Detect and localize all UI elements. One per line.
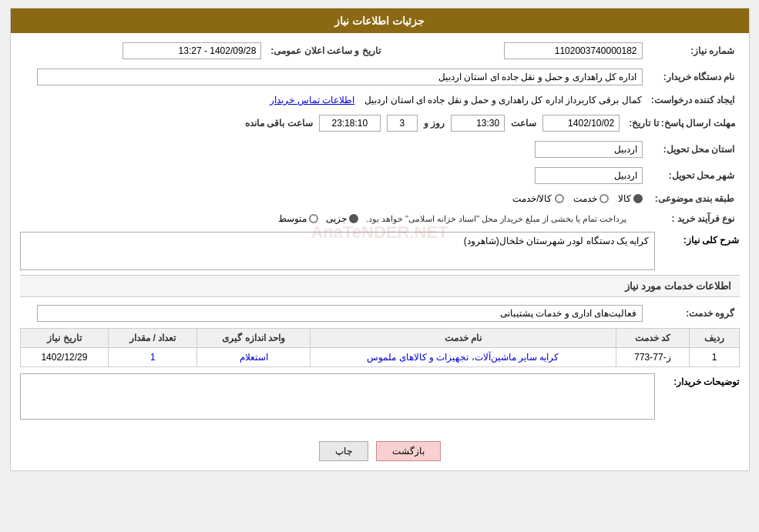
general-description-section: شرح کلی نیاز: کرایه یک دستگاه لودر شهرست… [20, 232, 740, 270]
cell-service-code: ز-77-773 [616, 348, 690, 367]
contact-link[interactable]: اطلاعات تماس خریدار [270, 95, 354, 105]
buyer-notes-section: توضیحات خریدار: [20, 373, 740, 420]
col-row-num: ردیف [690, 329, 739, 348]
page-title: جزئیات اطلاعات نیاز [334, 15, 425, 27]
info-table-row4: مهلت ارسال پاسخ: تا تاریخ: 1402/10/02 سا… [20, 112, 740, 135]
button-row: بازگشت چاپ [11, 432, 749, 470]
general-description-label: شرح کلی نیاز: [663, 232, 740, 246]
purchase-motavaset-item: متوسط [278, 213, 318, 224]
response-days-label: روز و [424, 118, 445, 129]
purchase-motavaset-label: متوسط [278, 213, 307, 224]
purchase-jozii-label: جزیی [326, 213, 347, 224]
cell-service-name: کرایه سایر ماشین‌آلات، تجهیزات و کالاهای… [311, 348, 616, 367]
col-quantity: تعداد / مقدار [109, 329, 197, 348]
col-service-code: کد خدمت [616, 329, 690, 348]
creator-label: ایجاد کننده درخواست: [646, 92, 740, 109]
col-need-date: تاریخ نیاز [20, 329, 109, 348]
general-description-value: کرایه یک دستگاه لودر شهرستان خلخال(شاهرو… [20, 232, 655, 270]
service-group-table: گروه خدمت: فعالیت‌های اداری و خدمات پشتی… [20, 302, 740, 325]
info-table-row1: شماره نیاز: 1102003740000182 تاریخ و ساع… [20, 39, 740, 62]
info-table-row6: شهر محل تحویل: اردبیل [20, 164, 740, 187]
province-value: اردبیل [535, 141, 643, 158]
category-kala-khedmat-radio [555, 194, 564, 203]
category-kala-khedmat-item: کالا/خدمت [512, 193, 563, 204]
category-radio-row: کالا/خدمت خدمت کالا [25, 193, 643, 204]
info-table-row7: طبقه بندی موضوعی: کالا/خدمت خدمت [20, 190, 740, 207]
response-time-value: 13:30 [451, 115, 505, 132]
purchase-note: پرداخت تمام یا بخشی از مبلغ خریداز محل "… [366, 214, 627, 224]
category-label: طبقه بندی موضوعی: [647, 190, 740, 207]
buyer-notes-label: توضیحات خریدار: [663, 373, 740, 387]
cell-unit: استعلام [197, 348, 311, 367]
services-data-table: ردیف کد خدمت نام خدمت واحد اندازه گیری ت… [20, 328, 740, 367]
col-service-name: نام خدمت [311, 329, 616, 348]
need-number-value: 1102003740000182 [504, 42, 643, 59]
requester-org-label: نام دستگاه خریدار: [647, 65, 740, 89]
province-label: استان محل تحویل: [647, 138, 740, 161]
cell-quantity: 1 [109, 348, 197, 367]
response-remaining-label: ساعت باقی مانده [245, 118, 313, 129]
table-row: 1 ز-77-773 کرایه سایر ماشین‌آلات، تجهیزا… [20, 348, 739, 367]
need-number-label: شماره نیاز: [647, 39, 740, 62]
response-date-value: 1402/10/02 [542, 115, 620, 132]
page-container: جزئیات اطلاعات نیاز AnaTeNDER.NET شماره … [10, 8, 750, 471]
category-kala-label: کالا [618, 193, 631, 204]
cell-row-num: 1 [690, 348, 739, 367]
col-unit: واحد اندازه گیری [197, 329, 311, 348]
info-table-row3: ایجاد کننده درخواست: کمال برقی کاربرداز … [20, 92, 740, 109]
info-table-row5: استان محل تحویل: اردبیل [20, 138, 740, 161]
response-remaining-value: 23:18:10 [319, 115, 381, 132]
category-khedmat-radio [599, 194, 609, 203]
cell-need-date: 1402/12/29 [20, 348, 109, 367]
purchase-type-label: نوع فرآیند خرید : [647, 210, 740, 227]
city-value: اردبیل [535, 167, 643, 184]
category-kala-item: کالا [618, 193, 643, 204]
services-section-title: اطلاعات خدمات مورد نیاز [20, 275, 740, 297]
info-table-row2: نام دستگاه خریدار: اداره کل راهداری و حم… [20, 65, 740, 89]
city-label: شهر محل تحویل: [647, 164, 740, 187]
creator-value: کمال برقی کاربرداز اداره کل راهداری و حم… [364, 95, 641, 105]
purchase-motavaset-radio [309, 214, 318, 223]
back-button[interactable]: بازگشت [376, 441, 441, 461]
main-section: AnaTeNDER.NET شماره نیاز: 11020037400001… [11, 33, 749, 432]
requester-org-value: اداره کل راهداری و حمل و نقل جاده ای است… [37, 69, 643, 85]
response-time-label: ساعت [511, 118, 536, 129]
purchase-jozii-item: جزیی [326, 213, 358, 224]
announcement-date-label: تاریخ و ساعت اعلان عمومی: [266, 39, 385, 62]
service-group-value: فعالیت‌های اداری و خدمات پشتیبانی [37, 305, 643, 322]
category-kala-khedmat-label: کالا/خدمت [512, 193, 552, 204]
service-group-label: گروه خدمت: [647, 302, 740, 325]
print-button[interactable]: چاپ [319, 441, 368, 461]
buyer-notes-textarea[interactable] [20, 373, 655, 420]
purchase-type-row: متوسط جزیی پرداخت تمام یا بخشی از مبلغ خ… [25, 213, 643, 224]
purchase-jozii-radio [349, 214, 358, 223]
category-khedmat-label: خدمت [573, 193, 597, 204]
announcement-date-value: 1402/09/28 - 13:27 [123, 42, 261, 59]
info-table-row8: نوع فرآیند خرید : متوسط جزیی پرداخت تمام… [20, 210, 740, 227]
category-khedmat-item: خدمت [573, 193, 609, 204]
response-deadline-label: مهلت ارسال پاسخ: تا تاریخ: [624, 112, 739, 135]
page-header: جزئیات اطلاعات نیاز [11, 8, 749, 33]
time-row: 1402/10/02 ساعت 13:30 روز و 3 23:18:10 س… [25, 115, 620, 132]
category-kala-radio [633, 194, 643, 203]
response-days-value: 3 [387, 115, 418, 132]
